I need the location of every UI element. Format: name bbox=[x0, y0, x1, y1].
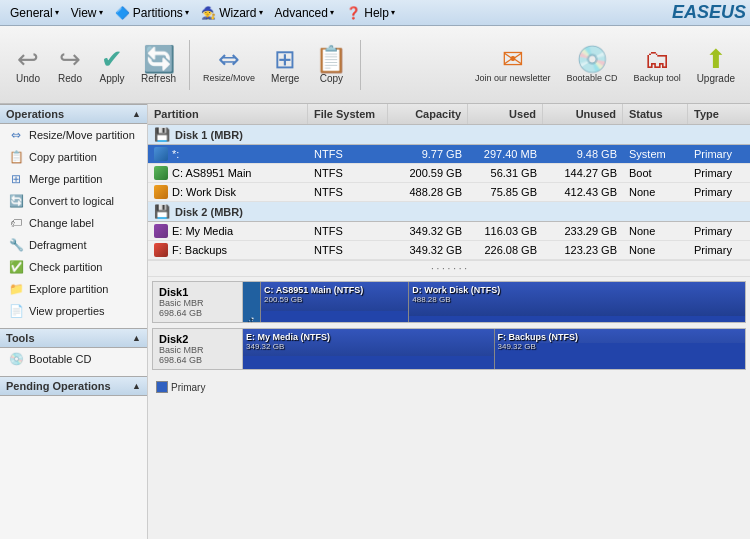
partition-row-star[interactable]: *: NTFS 9.77 GB 297.40 MB 9.48 GB System… bbox=[148, 145, 750, 164]
resize-label: Resize/Move bbox=[203, 73, 255, 83]
part-icon-e bbox=[154, 224, 168, 238]
easeus-logo: EASEUS bbox=[672, 2, 746, 23]
bootable-cd-button[interactable]: 💿 Bootable CD bbox=[560, 43, 625, 86]
sidebar-item-check[interactable]: ✅ Check partition bbox=[0, 256, 147, 278]
td-e-status: None bbox=[623, 223, 688, 239]
sidebar-tools-header[interactable]: Tools ▲ bbox=[0, 328, 147, 348]
redo-button[interactable]: ↪ Redo bbox=[50, 43, 90, 87]
sidebar-item-properties[interactable]: 📄 View properties bbox=[0, 300, 147, 322]
td-e-used: 116.03 GB bbox=[468, 223, 543, 239]
sidebar-label-label: Change label bbox=[29, 217, 94, 229]
sidebar-item-convert[interactable]: 🔄 Convert to logical bbox=[0, 190, 147, 212]
convert-icon: 🔄 bbox=[8, 193, 24, 209]
check-icon: ✅ bbox=[8, 259, 24, 275]
copy-icon: 📋 bbox=[315, 46, 347, 72]
resize-button[interactable]: ⇔ Resize/Move bbox=[196, 43, 262, 86]
td-star-unused: 9.48 GB bbox=[543, 146, 623, 162]
menu-partitions-arrow: ▾ bbox=[185, 8, 189, 17]
menu-help[interactable]: ❓ Help ▾ bbox=[340, 4, 401, 22]
menu-advanced[interactable]: Advanced ▾ bbox=[269, 4, 340, 22]
refresh-icon: 🔄 bbox=[143, 46, 175, 72]
partition-table: Partition File System Capacity Used Unus… bbox=[148, 104, 750, 260]
menu-partitions[interactable]: 🔷 Partitions ▾ bbox=[109, 4, 195, 22]
merge-button[interactable]: ⊞ Merge bbox=[264, 43, 306, 87]
td-d-used: 75.85 GB bbox=[468, 184, 543, 200]
menu-wizard[interactable]: 🧙 Wizard ▾ bbox=[195, 4, 269, 22]
sidebar-bootable-label: Bootable CD bbox=[29, 353, 91, 365]
disk2-part-e-viz[interactable]: E: My Media (NTFS) 349.32 GB bbox=[243, 329, 495, 369]
td-e-unused: 233.29 GB bbox=[543, 223, 623, 239]
td-star-name: *: bbox=[148, 145, 308, 163]
th-used: Used bbox=[468, 104, 543, 124]
sidebar-item-resize[interactable]: ⇔ Resize/Move partition bbox=[0, 124, 147, 146]
undo-button[interactable]: ↩ Undo bbox=[8, 43, 48, 87]
sidebar-merge-label: Merge partition bbox=[29, 173, 102, 185]
disk1-viz-size: 698.64 GB bbox=[159, 308, 236, 318]
sidebar-operations-label: Operations bbox=[6, 108, 64, 120]
sidebar-defrag-label: Defragment bbox=[29, 239, 86, 251]
upgrade-button[interactable]: ⬆ Upgrade bbox=[690, 43, 742, 87]
sidebar-operations-header[interactable]: Operations ▲ bbox=[0, 104, 147, 124]
backup-tool-button[interactable]: 🗂 Backup tool bbox=[627, 43, 688, 86]
sidebar-item-label[interactable]: 🏷 Change label bbox=[0, 212, 147, 234]
th-status: Status bbox=[623, 104, 688, 124]
td-e-name: E: My Media bbox=[148, 222, 308, 240]
sidebar-pending-header[interactable]: Pending Operations ▲ bbox=[0, 376, 147, 396]
partition-row-f[interactable]: F: Backups NTFS 349.32 GB 226.08 GB 123.… bbox=[148, 241, 750, 260]
sidebar-copy-label: Copy partition bbox=[29, 151, 97, 163]
merge-icon: ⊞ bbox=[274, 46, 296, 72]
sidebar-properties-label: View properties bbox=[29, 305, 105, 317]
resize-partition-icon: ⇔ bbox=[8, 127, 24, 143]
td-star-status: System bbox=[623, 146, 688, 162]
disk-viz-inner: Disk1 Basic MBR 698.64 GB *: C: AS8951 M… bbox=[148, 277, 750, 378]
td-f-status: None bbox=[623, 242, 688, 258]
disk-viz-container: Disk1 Basic MBR 698.64 GB *: C: AS8951 M… bbox=[148, 277, 750, 539]
menu-general[interactable]: General ▾ bbox=[4, 4, 65, 22]
legend-primary: Primary bbox=[156, 381, 205, 393]
th-unused: Unused bbox=[543, 104, 623, 124]
menu-help-arrow: ▾ bbox=[391, 8, 395, 17]
td-d-cap: 488.28 GB bbox=[388, 184, 468, 200]
copy-label: Copy bbox=[320, 73, 343, 84]
disk2-name: Disk 2 (MBR) bbox=[175, 206, 243, 218]
partition-row-e[interactable]: E: My Media NTFS 349.32 GB 116.03 GB 233… bbox=[148, 222, 750, 241]
undo-label: Undo bbox=[16, 73, 40, 84]
td-star-fs: NTFS bbox=[308, 146, 388, 162]
legend-primary-box bbox=[156, 381, 168, 393]
td-d-fs: NTFS bbox=[308, 184, 388, 200]
disk2-part-f-viz[interactable]: F: Backups (NTFS) 349.32 GB bbox=[495, 329, 746, 369]
copy-button[interactable]: 📋 Copy bbox=[308, 43, 354, 87]
sidebar-item-merge[interactable]: ⊞ Merge partition bbox=[0, 168, 147, 190]
partition-row-c[interactable]: C: AS8951 Main NTFS 200.59 GB 56.31 GB 1… bbox=[148, 164, 750, 183]
sidebar-item-defrag[interactable]: 🔧 Defragment bbox=[0, 234, 147, 256]
sidebar-explore-label: Explore partition bbox=[29, 283, 109, 295]
th-filesystem: File System bbox=[308, 104, 388, 124]
disk1-viz: Disk1 Basic MBR 698.64 GB *: C: AS8951 M… bbox=[152, 281, 746, 323]
backup-tool-label: Backup tool bbox=[634, 73, 681, 83]
bootable-cd-label: Bootable CD bbox=[567, 73, 618, 83]
sidebar-item-bootable[interactable]: 💿 Bootable CD bbox=[0, 348, 147, 370]
partition-row-d[interactable]: D: Work Disk NTFS 488.28 GB 75.85 GB 412… bbox=[148, 183, 750, 202]
disk2-viz-size: 698.64 GB bbox=[159, 355, 236, 365]
apply-button[interactable]: ✔ Apply bbox=[92, 43, 132, 87]
refresh-button[interactable]: 🔄 Refresh bbox=[134, 43, 183, 87]
td-e-fs: NTFS bbox=[308, 223, 388, 239]
apply-label: Apply bbox=[99, 73, 124, 84]
disk1-part-sys-viz[interactable]: *: bbox=[243, 282, 261, 322]
td-star-cap: 9.77 GB bbox=[388, 146, 468, 162]
sidebar-item-copy[interactable]: 📋 Copy partition bbox=[0, 146, 147, 168]
td-c-used: 56.31 GB bbox=[468, 165, 543, 181]
disk1-part-d-viz[interactable]: D: Work Disk (NTFS) 488.28 GB bbox=[409, 282, 745, 322]
disk1-part-c-viz[interactable]: C: AS8951 Main (NTFS) 200.59 GB bbox=[261, 282, 409, 322]
bootable-sidebar-icon: 💿 bbox=[8, 351, 24, 367]
td-c-name: C: AS8951 Main bbox=[148, 164, 308, 182]
backup-tool-icon: 🗂 bbox=[644, 46, 670, 72]
menu-view[interactable]: View ▾ bbox=[65, 4, 109, 22]
newsletter-button[interactable]: ✉ Join our newsletter bbox=[468, 43, 558, 86]
td-star-type: Primary bbox=[688, 146, 750, 162]
sidebar-item-explore[interactable]: 📁 Explore partition bbox=[0, 278, 147, 300]
th-type: Type bbox=[688, 104, 750, 124]
newsletter-label: Join our newsletter bbox=[475, 73, 551, 83]
copy-partition-icon: 📋 bbox=[8, 149, 24, 165]
table-header: Partition File System Capacity Used Unus… bbox=[148, 104, 750, 125]
